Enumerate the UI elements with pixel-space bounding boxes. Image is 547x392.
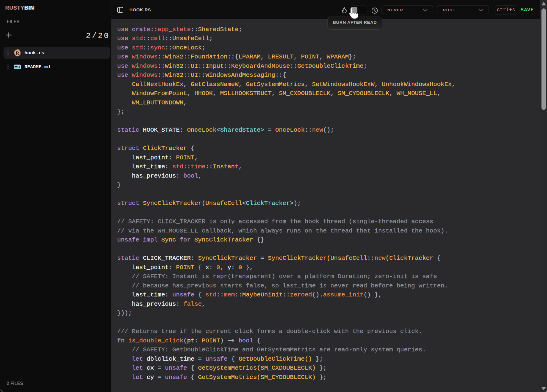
svg-text:R: R <box>16 50 19 56</box>
